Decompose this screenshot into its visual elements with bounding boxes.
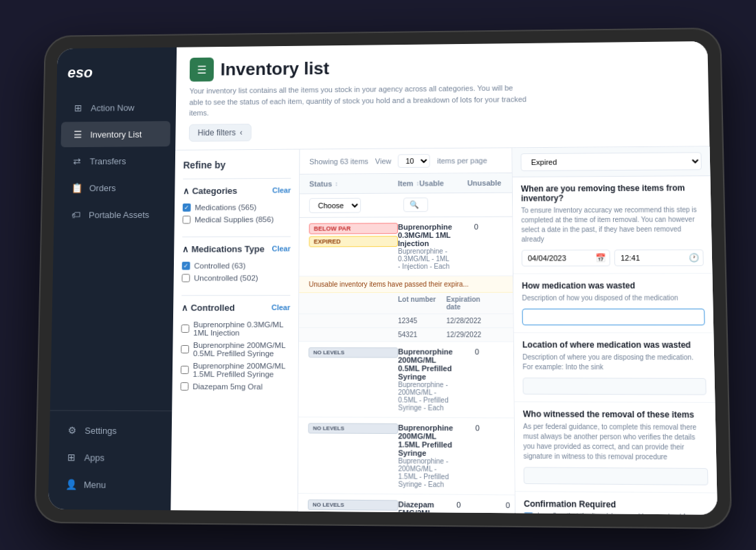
menu-icon: 👤 — [65, 478, 77, 490]
orders-icon: 📋 — [71, 182, 83, 195]
sidebar-item-menu[interactable]: 👤 Menu — [54, 471, 166, 498]
panel-dropdown-row: Expired — [512, 146, 710, 177]
sidebar-item-action-now[interactable]: ⊞ Action Now — [61, 94, 170, 120]
table-header: Status ↕ Item ↕ Usable Unusabl — [300, 173, 512, 193]
controlled-section-header: ∧ Controlled Clear — [181, 302, 290, 313]
sidebar-item-apps[interactable]: ⊞ Apps — [54, 444, 166, 471]
categories-toggle[interactable]: ∧ Categories — [183, 186, 237, 196]
filter-item-controlled[interactable]: ✓ Controlled (63) — [182, 259, 291, 272]
bup-03-checkbox[interactable] — [181, 324, 190, 333]
bup-05ml-checkbox[interactable] — [181, 344, 189, 353]
bup-05ml-label: Buprenorphine 200MG/ML 0.5ML Prefilled S… — [193, 341, 290, 358]
table-row-3[interactable]: NO LEVELS Diazepam 5MG/2ML Auto-Injector… — [298, 494, 515, 514]
action-now-icon: ⊞ — [72, 102, 85, 114]
transfers-icon: ⇄ — [71, 155, 83, 168]
filter-item-bup-03[interactable]: Buprenorphine 0.3MG/ML 1ML Injection — [181, 318, 290, 339]
categories-section: ∧ Categories Clear ✓ Medications (565) M… — [182, 177, 291, 226]
medications-type-clear[interactable]: Clear — [271, 245, 290, 253]
col-unusable: Unusable — [467, 178, 515, 186]
filter-item-bup-15ml[interactable]: Buprenorphine 200MG/ML 1.5ML Prefilled S… — [181, 359, 290, 380]
sidebar-label-portable-assets: Portable Assets — [89, 210, 149, 220]
sidebar-item-portable-assets[interactable]: 🏷 Portable Assets — [59, 201, 169, 228]
usable-0: 0 — [452, 222, 500, 230]
uncontrolled-label: Uncontrolled (502) — [194, 274, 258, 282]
witness-title: Who witnessed the removal of these items — [523, 409, 707, 419]
item-sub-1: Buprenorphine - 200MG/ML - 0.5ML - Prefi… — [398, 380, 453, 411]
sidebar-item-inventory-list[interactable]: ☰ Inventory List — [60, 121, 170, 147]
filter-panel: Refine by ∧ Categories Clear ✓ Me — [170, 149, 300, 512]
col-status-label: Status — [309, 179, 332, 188]
uncontrolled-checkbox[interactable] — [181, 274, 190, 282]
sidebar-item-transfers[interactable]: ⇄ Transfers — [60, 148, 170, 174]
controlled-clear[interactable]: Clear — [271, 303, 290, 311]
filter-item-uncontrolled[interactable]: Uncontrolled (502) — [181, 272, 290, 284]
showing-items-label: Showing 63 items — [309, 157, 368, 165]
sidebar-label-apps: Apps — [84, 452, 104, 463]
usable-2: 0 — [453, 424, 502, 432]
location-input[interactable] — [522, 377, 706, 395]
chevron-left-icon: ‹ — [240, 127, 243, 137]
sidebar-item-orders[interactable]: 📋 Orders — [60, 175, 170, 201]
confirmation-title: Confirmation Required — [524, 498, 709, 510]
location-section: Location of where medication was wasted … — [514, 333, 715, 403]
medications-type-section: ∧ Medications Type Clear ✓ Controlled (6… — [181, 236, 290, 284]
badge-expired: EXPIRED — [309, 236, 398, 247]
medications-checkbox[interactable]: ✓ — [183, 203, 191, 211]
page-title: Inventory list — [221, 58, 329, 80]
main-content: ☰ Inventory list Your inventory list con… — [170, 41, 718, 515]
filter-item-medications[interactable]: ✓ Medications (565) — [183, 201, 291, 213]
witness-section: Who witnessed the removal of these items… — [515, 402, 718, 492]
removal-reason-dropdown[interactable]: Expired — [521, 152, 702, 171]
filter-choose-wrap: Choose — [309, 197, 398, 212]
sidebar-item-settings[interactable]: ⚙ Settings — [55, 417, 166, 444]
unusable-note-text: Unusable inventory items have passed the… — [309, 280, 469, 287]
apps-icon: ⊞ — [65, 451, 78, 463]
clock-icon: 🕐 — [689, 252, 700, 262]
confirm-row: ✓ I confirm that the item(s) was neither… — [524, 512, 709, 515]
categories-header: ∧ Categories Clear — [183, 185, 291, 196]
date-input-wrap: 📅 — [522, 250, 610, 266]
filter-item-bup-05ml[interactable]: Buprenorphine 200MG/ML 0.5ML Prefilled S… — [181, 338, 290, 359]
controlled-section: ∧ Controlled Clear Buprenorphine 0.3MG/M… — [180, 295, 290, 393]
usable-1: 0 — [453, 347, 502, 355]
witness-input[interactable] — [524, 467, 709, 485]
remove-panel: Expired When are you removing these item… — [511, 146, 718, 515]
when-desc: To ensure Inventory accuracy we recommen… — [521, 205, 703, 244]
filter-item-diazepam[interactable]: Diazepam 5mg Oral — [180, 380, 289, 393]
filter-item-medical-supplies[interactable]: Medical Supplies (856) — [182, 213, 291, 226]
bup-15ml-checkbox[interactable] — [181, 366, 189, 374]
medications-type-title: Medications Type — [191, 243, 265, 254]
item-info-1: Buprenorphine 200MG/ML 0.5ML Prefilled S… — [398, 347, 453, 411]
diazepam-checkbox[interactable] — [180, 382, 188, 390]
items-per-page-select[interactable]: 10 — [398, 154, 430, 168]
hide-filters-button[interactable]: Hide filters ‹ — [189, 124, 252, 142]
item-name-2: Buprenorphine 200MG/ML 1.5ML Prefilled S… — [398, 423, 453, 456]
controlled-checkbox[interactable]: ✓ — [182, 261, 190, 270]
table-row-0[interactable]: BELOW PAR EXPIRED Buprenorphine 0.3MG/ML… — [299, 217, 513, 276]
controlled-toggle[interactable]: ∧ Controlled — [181, 302, 235, 313]
location-title: Location of where medication was wasted — [522, 340, 705, 350]
badge-no-levels-2: NO LEVELS — [308, 423, 398, 434]
table-row-1[interactable]: NO LEVELS Buprenorphine 200MG/ML 0.5ML P… — [298, 342, 513, 418]
col-status: Status ↕ — [309, 179, 398, 188]
lot-expiry-0: 12/28/2022 — [446, 317, 495, 324]
lot-row-1: 54321 12/29/2022 — [299, 328, 513, 342]
table-container: Status ↕ Item ↕ Usable Unusabl — [298, 173, 515, 513]
lot-number-1: 54321 — [398, 331, 447, 338]
categories-clear[interactable]: Clear — [272, 186, 291, 195]
when-title: When are you removing these items from i… — [521, 183, 702, 203]
medications-type-toggle[interactable]: ∧ Medications Type — [182, 243, 265, 254]
wasted-input[interactable] — [522, 308, 705, 324]
status-filter-dropdown[interactable]: Choose — [309, 197, 361, 212]
medical-supplies-checkbox[interactable] — [183, 215, 191, 223]
sort-status-icon[interactable]: ↕ — [335, 180, 337, 187]
witness-desc: As per federal guidance, to complete thi… — [523, 421, 708, 462]
sidebar-label-transfers: Transfers — [89, 156, 126, 166]
date-time-row: 📅 🕐 — [522, 249, 704, 266]
table-row-2[interactable]: NO LEVELS Buprenorphine 200MG/ML 1.5ML P… — [298, 417, 515, 495]
medical-supplies-label: Medical Supplies (856) — [194, 215, 274, 223]
confirm-checkbox[interactable]: ✓ — [524, 512, 533, 515]
app-logo: eso — [56, 58, 177, 95]
badge-below-par: BELOW PAR — [309, 223, 398, 234]
col-item: Item ↕ — [398, 179, 419, 187]
